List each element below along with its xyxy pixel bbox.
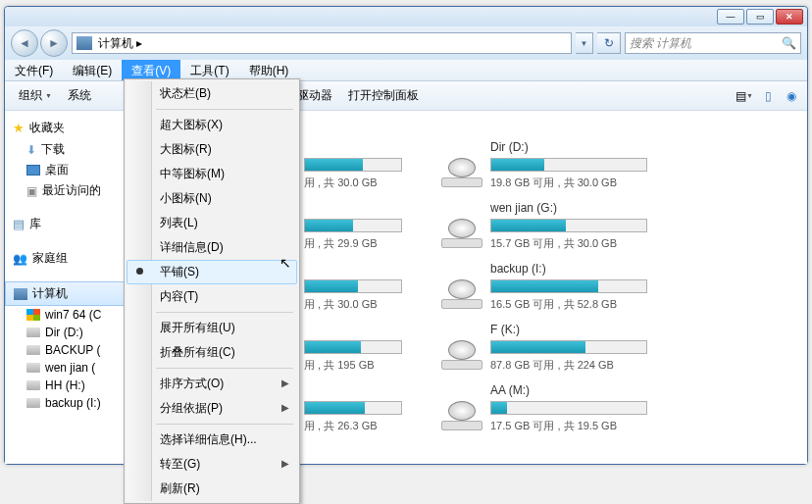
- view-dropdown-menu: 状态栏(B)超大图标(X)大图标(R)中等图标(M)小图标(N)列表(L)详细信…: [124, 78, 300, 504]
- close-button[interactable]: ✕: [776, 9, 803, 25]
- refresh-button[interactable]: ↻: [597, 32, 621, 54]
- search-icon: 🔍: [782, 36, 796, 50]
- titlebar: — ▭ ✕: [5, 7, 807, 26]
- menu-item[interactable]: 选择详细信息(H)...: [127, 428, 297, 452]
- homegroup-icon: 👥: [13, 252, 27, 266]
- sidebar-drive-d[interactable]: Dir (D:): [5, 324, 127, 341]
- sidebar-item-recent[interactable]: ▣最近访问的: [5, 180, 127, 201]
- address-row: ◄ ► 计算机 ▸ ▼ ↻ 搜索 计算机 🔍: [5, 26, 807, 60]
- drive-icon: [441, 158, 482, 187]
- sidebar-drive-wenjian[interactable]: wen jian (: [5, 359, 127, 377]
- sidebar-computer[interactable]: 计算机: [5, 281, 127, 306]
- computer-icon: [14, 288, 27, 300]
- preview-pane-button[interactable]: ▯: [760, 88, 776, 104]
- view-mode-button[interactable]: ▤▼: [736, 88, 752, 104]
- menu-help[interactable]: 帮助(H): [239, 60, 299, 80]
- menu-item[interactable]: 内容(T): [127, 284, 297, 309]
- sidebar-libraries[interactable]: ▤库: [5, 213, 127, 235]
- drive-icon: [441, 279, 482, 309]
- sidebar-item-downloads[interactable]: ⬇下载: [5, 139, 127, 160]
- drive-icon: [26, 345, 40, 355]
- menu-item[interactable]: 中等图标(M): [127, 162, 297, 186]
- sidebar: ★收藏夹 ⬇下载 桌面 ▣最近访问的 ▤库 👥家庭组 计算机 win7 64 (…: [5, 111, 127, 464]
- desktop-icon: [26, 165, 40, 176]
- menu-item[interactable]: 转至(G)▶: [127, 452, 297, 477]
- sidebar-drive-backup-i[interactable]: backup (I:): [5, 394, 127, 412]
- menu-item[interactable]: 刷新(R): [127, 477, 297, 501]
- sidebar-drive-backup[interactable]: BACKUP (: [5, 341, 127, 359]
- recent-icon: ▣: [26, 184, 37, 198]
- drive-icon: [26, 398, 40, 408]
- menu-file[interactable]: 文件(F): [5, 60, 63, 80]
- sidebar-favorites[interactable]: ★收藏夹: [5, 117, 127, 139]
- menu-item[interactable]: 展开所有组(U): [127, 316, 297, 340]
- sidebar-item-desktop[interactable]: 桌面: [5, 160, 127, 180]
- address-text: 计算机 ▸: [98, 35, 142, 52]
- help-button[interactable]: ◉: [784, 88, 799, 104]
- drive-icon: [26, 380, 40, 390]
- maximize-button[interactable]: ▭: [746, 9, 774, 25]
- menu-item[interactable]: 列表(L): [127, 211, 297, 235]
- cursor-icon: ↖: [279, 255, 291, 271]
- menu-item[interactable]: 分组依据(P)▶: [127, 396, 297, 421]
- drive-icon: [441, 340, 482, 370]
- drive-icon: [26, 363, 40, 373]
- toolbar-system[interactable]: 系统: [62, 83, 97, 108]
- windows-icon: [26, 309, 40, 321]
- menu-item[interactable]: 小图标(N): [127, 186, 297, 211]
- address-bar[interactable]: 计算机 ▸: [72, 32, 572, 54]
- menu-item[interactable]: 详细信息(D): [127, 235, 297, 260]
- toolbar-control-panel[interactable]: 打开控制面板: [342, 83, 425, 108]
- search-placeholder: 搜索 计算机: [630, 35, 691, 52]
- sidebar-drive-c[interactable]: win7 64 (C: [5, 306, 127, 324]
- minimize-button[interactable]: —: [717, 9, 744, 25]
- star-icon: ★: [13, 121, 25, 135]
- drive-icon: [441, 401, 482, 430]
- menu-item[interactable]: 大图标(R): [127, 137, 297, 162]
- menu-view[interactable]: 查看(V): [122, 60, 180, 80]
- toolbar-organize[interactable]: 组织▼: [13, 83, 58, 108]
- libraries-icon: ▤: [13, 217, 25, 231]
- menu-item[interactable]: 平铺(S): [127, 260, 297, 284]
- menu-item[interactable]: 状态栏(B): [127, 81, 297, 106]
- address-dropdown[interactable]: ▼: [576, 32, 593, 54]
- menu-item[interactable]: 排序方式(O)▶: [127, 372, 297, 396]
- drive-icon: [441, 219, 482, 248]
- drive-icon: [26, 328, 40, 337]
- menu-tools[interactable]: 工具(T): [180, 60, 238, 80]
- sidebar-drive-hh[interactable]: HH (H:): [5, 377, 127, 394]
- computer-icon: [76, 36, 92, 50]
- search-input[interactable]: 搜索 计算机 🔍: [625, 32, 801, 54]
- menu-item[interactable]: 超大图标(X): [127, 113, 297, 137]
- download-icon: ⬇: [26, 143, 36, 157]
- menu-edit[interactable]: 编辑(E): [63, 60, 122, 80]
- menu-item[interactable]: 折叠所有组(C): [127, 340, 297, 365]
- back-button[interactable]: ◄: [11, 29, 38, 57]
- sidebar-homegroup[interactable]: 👥家庭组: [5, 247, 127, 270]
- forward-button[interactable]: ►: [40, 29, 68, 57]
